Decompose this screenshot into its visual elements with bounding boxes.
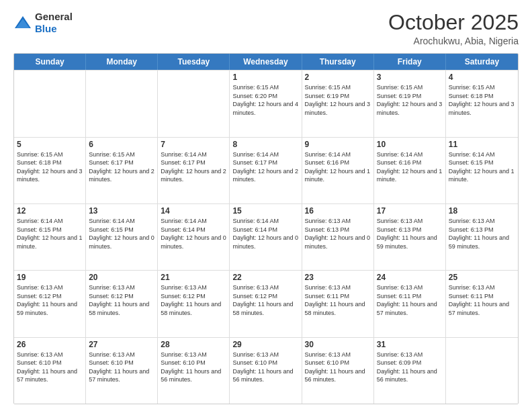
day-number: 17 — [377, 206, 443, 216]
calendar-cell: 8Sunrise: 6:14 AMSunset: 6:17 PMDaylight… — [230, 138, 302, 203]
day-number: 29 — [232, 340, 298, 349]
day-number: 27 — [89, 340, 154, 349]
calendar-cell: 22Sunrise: 6:13 AMSunset: 6:12 PMDayligh… — [230, 271, 302, 336]
cell-info: Sunrise: 6:14 AMSunset: 6:15 PMDaylight:… — [17, 217, 83, 250]
calendar-week-row: 12Sunrise: 6:14 AMSunset: 6:15 PMDayligh… — [14, 203, 518, 270]
cell-info: Sunrise: 6:14 AMSunset: 6:15 PMDaylight:… — [449, 150, 515, 184]
cell-info: Sunrise: 6:13 AMSunset: 6:11 PMDaylight:… — [377, 283, 443, 317]
day-number: 26 — [17, 340, 83, 349]
day-number: 16 — [305, 206, 371, 216]
calendar-cell: 9Sunrise: 6:14 AMSunset: 6:16 PMDaylight… — [302, 138, 374, 203]
cell-info: Sunrise: 6:13 AMSunset: 6:09 PMDaylight:… — [377, 351, 443, 384]
calendar-cell — [446, 338, 518, 404]
calendar-cell: 27Sunrise: 6:13 AMSunset: 6:10 PMDayligh… — [86, 338, 158, 404]
cell-info: Sunrise: 6:13 AMSunset: 6:10 PMDaylight:… — [17, 351, 83, 384]
calendar-cell: 29Sunrise: 6:13 AMSunset: 6:10 PMDayligh… — [230, 338, 302, 404]
day-number: 15 — [232, 206, 298, 216]
calendar-cell — [158, 71, 230, 136]
cell-info: Sunrise: 6:15 AMSunset: 6:19 PMDaylight:… — [377, 83, 443, 117]
day-number: 18 — [449, 206, 515, 216]
day-number: 14 — [161, 206, 226, 216]
calendar-cell: 12Sunrise: 6:14 AMSunset: 6:15 PMDayligh… — [14, 204, 86, 270]
calendar-body: 1Sunrise: 6:15 AMSunset: 6:20 PMDaylight… — [14, 70, 518, 404]
calendar-cell: 13Sunrise: 6:14 AMSunset: 6:15 PMDayligh… — [86, 204, 158, 270]
day-number: 25 — [449, 273, 515, 282]
cell-info: Sunrise: 6:15 AMSunset: 6:17 PMDaylight:… — [89, 150, 154, 184]
cell-info: Sunrise: 6:13 AMSunset: 6:12 PMDaylight:… — [89, 283, 154, 317]
day-number: 23 — [305, 273, 371, 282]
cell-info: Sunrise: 6:14 AMSunset: 6:17 PMDaylight:… — [232, 150, 298, 184]
day-number: 11 — [449, 140, 515, 149]
day-number: 30 — [305, 340, 371, 349]
calendar-week-row: 19Sunrise: 6:13 AMSunset: 6:12 PMDayligh… — [14, 270, 518, 336]
header: General Blue October 2025 Arochukwu, Abi… — [13, 11, 519, 46]
calendar-cell: 26Sunrise: 6:13 AMSunset: 6:10 PMDayligh… — [14, 338, 86, 404]
cell-info: Sunrise: 6:13 AMSunset: 6:13 PMDaylight:… — [377, 217, 443, 250]
calendar-cell: 31Sunrise: 6:13 AMSunset: 6:09 PMDayligh… — [374, 338, 446, 404]
cell-info: Sunrise: 6:15 AMSunset: 6:18 PMDaylight:… — [17, 150, 83, 184]
location: Arochukwu, Abia, Nigeria — [388, 36, 519, 46]
calendar-week-row: 1Sunrise: 6:15 AMSunset: 6:20 PMDaylight… — [14, 70, 518, 136]
weekday-header: Wednesday — [230, 54, 302, 70]
calendar-cell: 2Sunrise: 6:15 AMSunset: 6:19 PMDaylight… — [302, 71, 374, 136]
calendar-week-row: 5Sunrise: 6:15 AMSunset: 6:18 PMDaylight… — [14, 137, 518, 203]
day-number: 3 — [377, 73, 443, 82]
calendar-cell: 30Sunrise: 6:13 AMSunset: 6:10 PMDayligh… — [302, 338, 374, 404]
cell-info: Sunrise: 6:13 AMSunset: 6:12 PMDaylight:… — [161, 283, 226, 317]
day-number: 2 — [305, 73, 371, 82]
calendar-cell: 21Sunrise: 6:13 AMSunset: 6:12 PMDayligh… — [158, 271, 230, 336]
calendar-cell: 3Sunrise: 6:15 AMSunset: 6:19 PMDaylight… — [374, 71, 446, 136]
calendar-week-row: 26Sunrise: 6:13 AMSunset: 6:10 PMDayligh… — [14, 337, 518, 404]
calendar-cell: 14Sunrise: 6:14 AMSunset: 6:14 PMDayligh… — [158, 204, 230, 270]
day-number: 19 — [17, 273, 83, 282]
calendar-cell: 23Sunrise: 6:13 AMSunset: 6:11 PMDayligh… — [302, 271, 374, 336]
weekday-header: Monday — [86, 54, 158, 70]
calendar-cell: 28Sunrise: 6:13 AMSunset: 6:10 PMDayligh… — [158, 338, 230, 404]
title-block: October 2025 Arochukwu, Abia, Nigeria — [388, 11, 519, 46]
page: General Blue October 2025 Arochukwu, Abi… — [0, 0, 532, 411]
calendar-header-row: SundayMondayTuesdayWednesdayThursdayFrid… — [14, 54, 518, 70]
weekday-header: Saturday — [446, 54, 518, 70]
calendar-cell: 18Sunrise: 6:13 AMSunset: 6:13 PMDayligh… — [446, 204, 518, 270]
day-number: 28 — [161, 340, 226, 349]
day-number: 9 — [305, 140, 371, 149]
day-number: 21 — [161, 273, 226, 282]
month-title: October 2025 — [388, 11, 519, 34]
day-number: 7 — [161, 140, 226, 149]
day-number: 20 — [89, 273, 154, 282]
day-number: 4 — [449, 73, 515, 82]
day-number: 22 — [232, 273, 298, 282]
calendar-cell: 6Sunrise: 6:15 AMSunset: 6:17 PMDaylight… — [86, 138, 158, 203]
cell-info: Sunrise: 6:13 AMSunset: 6:13 PMDaylight:… — [305, 217, 371, 250]
logo-icon — [13, 13, 32, 32]
calendar-cell: 1Sunrise: 6:15 AMSunset: 6:20 PMDaylight… — [230, 71, 302, 136]
day-number: 1 — [232, 73, 298, 82]
cell-info: Sunrise: 6:13 AMSunset: 6:10 PMDaylight:… — [161, 351, 226, 384]
cell-info: Sunrise: 6:13 AMSunset: 6:13 PMDaylight:… — [449, 217, 515, 250]
calendar-cell: 16Sunrise: 6:13 AMSunset: 6:13 PMDayligh… — [302, 204, 374, 270]
day-number: 10 — [377, 140, 443, 149]
cell-info: Sunrise: 6:13 AMSunset: 6:11 PMDaylight:… — [449, 283, 515, 317]
cell-info: Sunrise: 6:14 AMSunset: 6:17 PMDaylight:… — [161, 150, 226, 184]
logo-text: General Blue — [35, 11, 73, 35]
cell-info: Sunrise: 6:14 AMSunset: 6:14 PMDaylight:… — [161, 217, 226, 250]
calendar-cell: 4Sunrise: 6:15 AMSunset: 6:18 PMDaylight… — [446, 71, 518, 136]
calendar: SundayMondayTuesdayWednesdayThursdayFrid… — [13, 53, 519, 404]
weekday-header: Friday — [374, 54, 446, 70]
cell-info: Sunrise: 6:15 AMSunset: 6:19 PMDaylight:… — [305, 83, 371, 117]
calendar-cell: 19Sunrise: 6:13 AMSunset: 6:12 PMDayligh… — [14, 271, 86, 336]
calendar-cell — [14, 71, 86, 136]
day-number: 31 — [377, 340, 443, 349]
cell-info: Sunrise: 6:13 AMSunset: 6:12 PMDaylight:… — [17, 283, 83, 317]
calendar-cell: 15Sunrise: 6:14 AMSunset: 6:14 PMDayligh… — [230, 204, 302, 270]
day-number: 8 — [232, 140, 298, 149]
weekday-header: Sunday — [14, 54, 86, 70]
weekday-header: Tuesday — [158, 54, 230, 70]
calendar-cell: 20Sunrise: 6:13 AMSunset: 6:12 PMDayligh… — [86, 271, 158, 336]
cell-info: Sunrise: 6:14 AMSunset: 6:16 PMDaylight:… — [305, 150, 371, 184]
cell-info: Sunrise: 6:13 AMSunset: 6:10 PMDaylight:… — [305, 351, 371, 384]
cell-info: Sunrise: 6:14 AMSunset: 6:16 PMDaylight:… — [377, 150, 443, 184]
calendar-cell: 17Sunrise: 6:13 AMSunset: 6:13 PMDayligh… — [374, 204, 446, 270]
calendar-cell: 7Sunrise: 6:14 AMSunset: 6:17 PMDaylight… — [158, 138, 230, 203]
cell-info: Sunrise: 6:13 AMSunset: 6:12 PMDaylight:… — [232, 283, 298, 317]
